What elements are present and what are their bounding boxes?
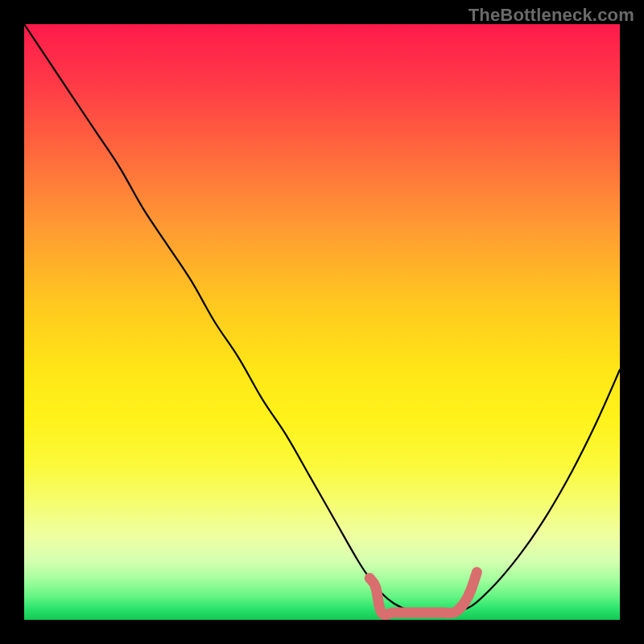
watermark: TheBottleneck.com xyxy=(469,5,634,26)
chart-container: TheBottleneck.com xyxy=(0,0,644,644)
bottleneck-curve xyxy=(24,24,620,614)
curve-layer xyxy=(24,24,620,620)
plot-area xyxy=(24,24,620,620)
highlight-segment xyxy=(369,572,477,615)
